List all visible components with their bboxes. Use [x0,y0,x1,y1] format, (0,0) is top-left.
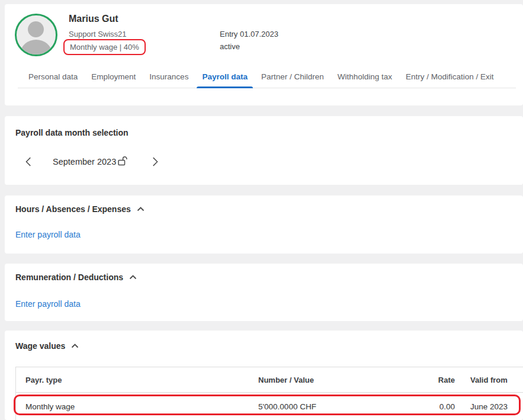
tab-bar: Personal data Employment Insurances Payr… [18,66,516,88]
remuneration-section-header[interactable]: Remuneration / Deductions [15,272,137,282]
wage-values-title: Wage values [15,341,65,351]
column-header-payr-type: Payr. type [16,376,244,384]
employee-header-card: Marius Gut Support Swiss21 Monthly wage … [5,4,523,105]
tab-entry-modification-exit[interactable]: Entry / Modification / Exit [406,66,494,88]
enter-payroll-data-link-hours[interactable]: Enter payroll data [15,230,81,239]
previous-month-button[interactable] [23,155,36,168]
tab-payroll-data[interactable]: Payroll data [202,66,248,88]
status-text: active [220,42,240,51]
wage-values-card: Wage values Payr. type Number / Value Ra… [5,331,523,420]
wage-values-section-header[interactable]: Wage values [15,341,79,351]
chevron-up-icon [71,344,79,348]
next-month-button[interactable] [148,155,161,168]
chevron-right-icon [148,155,161,168]
cell-rate: 0.00 [422,402,457,411]
table-row[interactable]: Monthly wage 5'000.0000 CHF 0.00 June 20… [16,393,523,420]
cell-valid-from: June 2023 [457,402,523,411]
selected-month-label: September 2023 [53,157,116,166]
wage-type-badge annotation-badge-highlight: Monthly wage | 40% [63,39,146,55]
tab-partner-children[interactable]: Partner / Children [261,66,324,88]
chevron-up-icon [137,207,145,211]
month-selection-title: Payroll data month selection [15,128,129,137]
tab-insurances[interactable]: Insurances [149,66,188,88]
column-header-rate: Rate [422,376,457,384]
avatar [15,14,57,56]
remuneration-deductions-card: Remuneration / Deductions Enter payroll … [5,264,523,321]
tab-personal-data[interactable]: Personal data [28,66,78,88]
wage-values-table: Payr. type Number / Value Rate Valid fro… [15,367,523,420]
month-selection-card: Payroll data month selection September 2… [5,116,523,185]
remuneration-section-title: Remuneration / Deductions [15,272,123,282]
chevron-left-icon [23,155,36,168]
chevron-up-icon [129,275,137,280]
column-header-valid-from: Valid from [457,376,523,384]
unlock-icon[interactable] [117,155,129,166]
column-header-number-value: Number / Value [244,376,422,384]
cell-number-value: 5'000.0000 CHF [244,402,422,411]
table-header-row: Payr. type Number / Value Rate Valid fro… [16,367,523,393]
employee-name: Marius Gut [69,14,118,24]
hours-section-title: Hours / Absences / Expenses [15,204,131,214]
enter-payroll-data-link-remuneration[interactable]: Enter payroll data [15,299,81,309]
hours-absences-expenses-card: Hours / Absences / Expenses Enter payrol… [5,195,523,254]
tab-employment[interactable]: Employment [91,66,136,88]
tab-withholding-tax[interactable]: Withholding tax [338,66,392,88]
entry-date: Entry 01.07.2023 [220,30,278,39]
cell-payr-type: Monthly wage [16,402,244,411]
hours-section-header[interactable]: Hours / Absences / Expenses [15,204,145,214]
employee-department: Support Swiss21 [69,30,127,39]
